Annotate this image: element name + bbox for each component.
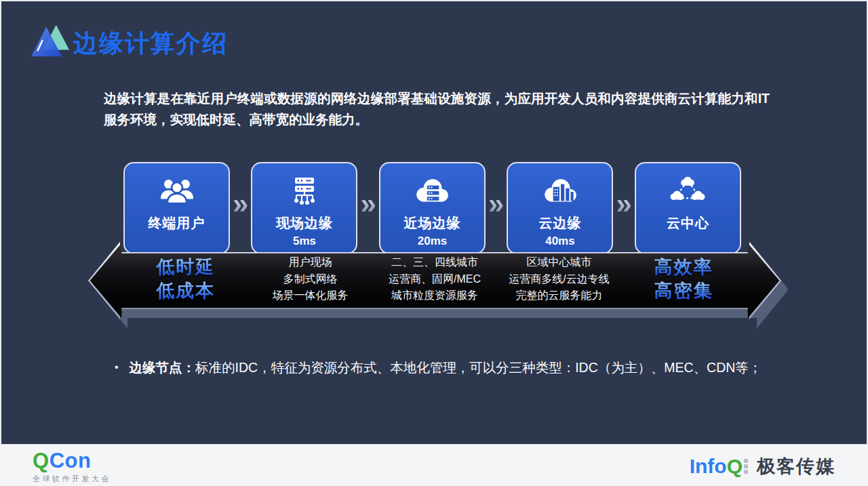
qcon-logo-q: Q	[33, 449, 50, 472]
geek-media-wordmark: 极客传媒	[757, 454, 835, 479]
arrow-col-low-latency-cost: 低时延 低成本	[123, 256, 248, 303]
double-chevron-right-icon: »	[361, 190, 376, 218]
edge-spectrum-arrow: 低时延 低成本 用户现场 多制式网络 场景一体化服务 二、三、四线城市 运营商、…	[88, 240, 781, 321]
users-icon	[159, 173, 195, 211]
tier-label: 云边缘	[538, 214, 581, 232]
footer-bar: QCon 全球软件开发大会 InfoQ 极客传媒	[0, 444, 868, 486]
infoq-vertical-mark-icon	[744, 459, 749, 474]
tier-label: 现场边缘	[276, 214, 333, 232]
infoq-logo-info: Info	[690, 455, 727, 477]
tier-label: 终端用户	[149, 214, 205, 232]
tier-label: 近场边缘	[403, 214, 460, 232]
bullet-text: 标准的IDC，特征为资源分布式、本地化管理，可以分三种类型：IDC（为主）、ME…	[195, 360, 762, 375]
page-title: 边缘计算介绍	[73, 27, 228, 60]
infoq-logo: InfoQ 极客传媒	[690, 454, 835, 479]
server-network-icon	[287, 173, 322, 211]
qcon-logo-con: Con	[50, 449, 92, 472]
cloud-server-icon	[412, 173, 452, 211]
bullet-label: 边缘节点：	[130, 360, 196, 375]
bullet-marker: •	[115, 361, 119, 373]
qcon-logo: QCon 全球软件开发大会	[33, 449, 111, 484]
arrow-col-onsite: 用户现场 多制式网络 场景一体化服务	[248, 254, 373, 304]
double-chevron-right-icon: »	[488, 190, 504, 218]
qcon-subtitle: 全球软件开发大会	[33, 474, 111, 484]
intro-paragraph: 边缘计算是在靠近用户终端或数据源的网络边缘部署基础设施资源，为应用开发人员和内容…	[104, 88, 770, 130]
triangle-logo-icon	[31, 22, 71, 58]
slide-background: 边缘计算介绍 边缘计算是在靠近用户终端或数据源的网络边缘部署基础设施资源，为应用…	[1, 1, 867, 444]
infoq-logo-q: Q	[727, 455, 743, 477]
cloud-city-icon	[540, 173, 580, 211]
double-chevron-right-icon: »	[616, 190, 632, 218]
tier-label: 云中心	[667, 214, 709, 232]
arrow-col-high-efficiency: 高效率 高密集	[621, 256, 746, 303]
edge-node-bullet: •边缘节点：标准的IDC，特征为资源分布式、本地化管理，可以分三种类型：IDC（…	[115, 359, 786, 377]
double-chevron-right-icon: »	[233, 190, 248, 218]
arrow-columns: 低时延 低成本 用户现场 多制式网络 场景一体化服务 二、三、四线城市 运营商、…	[123, 251, 746, 308]
arrow-col-nearfield: 二、三、四线城市 运营商、固网/MEC 城市粒度资源服务	[372, 254, 497, 304]
arrow-col-cloud-edge: 区域中心城市 运营商多线/云边专线 完整的云服务能力	[497, 254, 622, 304]
cloud-cluster-icon	[669, 173, 706, 211]
